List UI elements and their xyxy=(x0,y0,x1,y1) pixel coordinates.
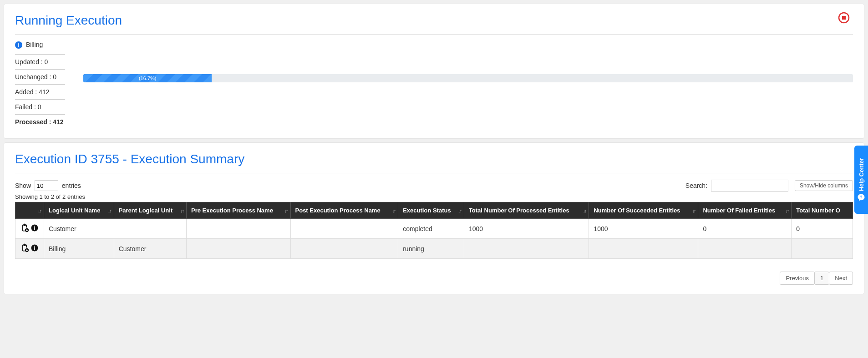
cell-status: running xyxy=(398,239,464,259)
sort-icon: ↓↑ xyxy=(458,208,461,213)
stop-icon xyxy=(838,11,850,24)
sort-icon: ↓↑ xyxy=(392,208,395,213)
col-logical-unit-name[interactable]: Logical Unit Name↓↑ xyxy=(44,202,114,219)
col-post-exec[interactable]: Post Execution Process Name↓↑ xyxy=(290,202,398,219)
svg-point-5 xyxy=(34,226,35,227)
col-exec-status[interactable]: Execution Status↓↑ xyxy=(398,202,464,219)
cell-processed: 1000 xyxy=(464,219,589,239)
clipboard-download-icon[interactable] xyxy=(20,243,29,254)
execution-summary-panel: Execution ID 3755 - Execution Summary Sh… xyxy=(4,142,864,294)
sort-icon: ↓↑ xyxy=(583,208,586,213)
sort-icon: ↓↑ xyxy=(785,208,788,213)
table-header-row: ↓↑ Logical Unit Name↓↑ Parent Logical Un… xyxy=(15,202,853,219)
col-actions[interactable]: ↓↑ xyxy=(15,202,44,219)
sort-icon: ↓↑ xyxy=(692,208,695,213)
help-center-label: Help Center xyxy=(858,158,865,191)
cell-succeeded xyxy=(589,239,698,259)
info-line: i Billing xyxy=(15,41,853,49)
stat-updated: Updated : 0 xyxy=(15,54,65,69)
cell-pre xyxy=(186,239,290,259)
cell-failed: 0 xyxy=(698,219,792,239)
cell-logical-unit: Customer xyxy=(44,219,114,239)
pagination-next[interactable]: Next xyxy=(829,272,853,285)
col-total-processed[interactable]: Total Number Of Processed Entities↓↑ xyxy=(464,202,589,219)
svg-rect-4 xyxy=(34,227,35,230)
search-and-cols: Search: Show/Hide columns xyxy=(685,180,853,192)
progress-percent-label: (16.7%) xyxy=(139,76,157,81)
table-scroll[interactable]: ↓↑ Logical Unit Name↓↑ Parent Logical Un… xyxy=(15,202,853,266)
search-input[interactable] xyxy=(711,180,788,192)
stat-processed: Processed : 412 xyxy=(15,114,65,129)
info-label: Billing xyxy=(26,41,43,48)
clipboard-download-icon[interactable] xyxy=(20,223,29,234)
show-hide-columns-button[interactable]: Show/Hide columns xyxy=(795,180,853,191)
help-chat-icon: ? xyxy=(857,193,865,202)
svg-rect-1 xyxy=(842,16,846,20)
show-label-pre: Show xyxy=(15,182,31,189)
showing-info: Showing 1 to 2 of 2 entries xyxy=(15,193,853,200)
stat-unchanged: Unchanged : 0 xyxy=(15,69,65,84)
stat-added: Added : 412 xyxy=(15,84,65,99)
stop-button[interactable] xyxy=(838,11,850,24)
entries-control: Show entries xyxy=(15,180,81,191)
sort-icon: ↓↑ xyxy=(108,208,111,213)
table-row: Billing Customer running xyxy=(15,239,853,259)
cell-status: completed xyxy=(398,219,464,239)
cell-extra xyxy=(792,239,853,259)
running-execution-title: Running Execution xyxy=(15,13,853,35)
cell-processed xyxy=(464,239,589,259)
cell-pre xyxy=(186,219,290,239)
svg-rect-8 xyxy=(34,247,35,250)
progress-bar: (16.7%) xyxy=(83,74,853,82)
col-succeeded[interactable]: Number Of Succeeded Entities↓↑ xyxy=(589,202,698,219)
help-center-tab[interactable]: Help Center ? xyxy=(854,146,868,214)
table-row: Customer completed 1000 1000 0 0 xyxy=(15,219,853,239)
running-content-row: Updated : 0 Unchanged : 0 Added : 412 Fa… xyxy=(15,54,853,129)
summary-table: ↓↑ Logical Unit Name↓↑ Parent Logical Un… xyxy=(15,202,853,259)
progress-fill: (16.7%) xyxy=(83,74,212,82)
info-icon[interactable] xyxy=(30,223,39,234)
info-icon[interactable] xyxy=(30,243,39,254)
cell-failed xyxy=(698,239,792,259)
execution-summary-title: Execution ID 3755 - Execution Summary xyxy=(15,152,853,173)
table-controls: Show entries Search: Show/Hide columns xyxy=(15,180,853,192)
cell-succeeded: 1000 xyxy=(589,219,698,239)
show-label-post: entries xyxy=(62,182,81,189)
cell-parent: Customer xyxy=(114,239,186,259)
col-parent-logical-unit[interactable]: Parent Logical Unit↓↑ xyxy=(114,202,186,219)
col-failed[interactable]: Number Of Failed Entities↓↑ xyxy=(698,202,792,219)
search-box: Search: xyxy=(685,180,788,192)
page-size-input[interactable] xyxy=(35,180,58,191)
pagination-page-1[interactable]: 1 xyxy=(814,272,829,285)
table-body: Customer completed 1000 1000 0 0 xyxy=(15,219,853,259)
info-icon: i xyxy=(15,41,22,49)
col-pre-exec[interactable]: Pre Execution Process Name↓↑ xyxy=(186,202,290,219)
progress-wrap: (16.7%) xyxy=(83,74,853,82)
cell-parent xyxy=(114,219,186,239)
pagination-previous[interactable]: Previous xyxy=(780,272,815,285)
pagination: Previous 1 Next xyxy=(15,272,853,285)
sort-icon: ↓↑ xyxy=(284,208,288,213)
cell-post xyxy=(290,219,398,239)
cell-extra: 0 xyxy=(792,219,853,239)
stats-box: Updated : 0 Unchanged : 0 Added : 412 Fa… xyxy=(15,54,65,129)
search-label: Search: xyxy=(685,182,707,189)
sort-icon: ↓↑ xyxy=(180,208,183,213)
col-extra[interactable]: Total Number O xyxy=(792,202,853,219)
stat-failed: Failed : 0 xyxy=(15,99,65,114)
cell-post xyxy=(290,239,398,259)
svg-point-9 xyxy=(34,246,35,247)
sort-icon: ↓↑ xyxy=(38,208,41,213)
running-execution-panel: Running Execution i Billing Updated : 0 … xyxy=(4,4,864,139)
cell-logical-unit: Billing xyxy=(44,239,114,259)
svg-text:?: ? xyxy=(860,195,862,199)
